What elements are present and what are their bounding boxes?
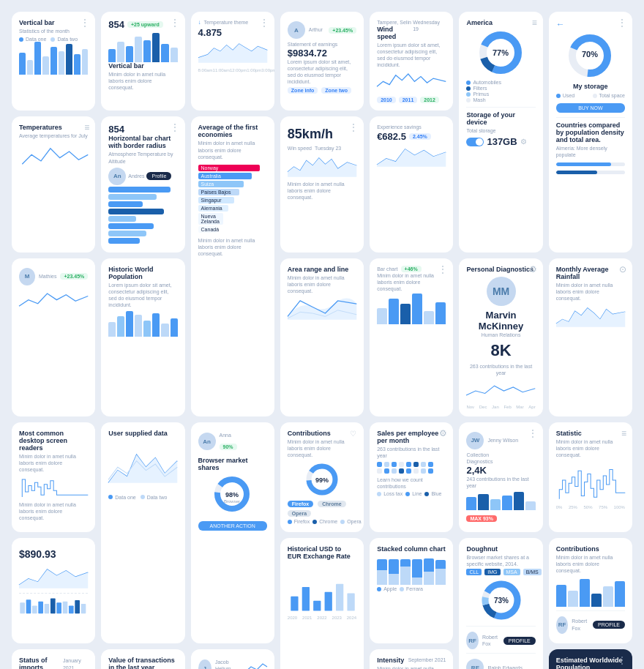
jacob-avatar: J <box>198 659 211 669</box>
card-screen-readers: Most common desktop screen readers Minim… <box>12 422 95 532</box>
legend-mash: Mash <box>466 97 535 102</box>
storage-title: Storage of your device <box>466 111 535 126</box>
another-action-button[interactable]: ANOTHER ACTION <box>198 521 267 531</box>
pd-title: Personal Diagnostics <box>466 266 535 273</box>
dots-menu-sales[interactable]: ⚙ <box>439 428 447 438</box>
dot-matrix <box>377 462 446 474</box>
win-speed-date: Tuesday 23 <box>315 145 341 152</box>
card-jacob: J Jacob Helium Magma Minim dolor in amet… <box>191 649 274 670</box>
doughnut-title: Doughnut <box>466 545 535 553</box>
bar46-desc: Minim dolor in amet nulla laboris enim d… <box>377 272 446 292</box>
arthur-name: Arthur <box>309 26 323 33</box>
hist-usd-chart <box>288 561 356 613</box>
rainfall-chart <box>556 302 625 327</box>
dots-menu-jenny[interactable]: ⋮ <box>528 428 537 438</box>
collection-title: Collection <box>466 452 535 458</box>
sr-desc: Minim dolor in amet nulla laboris enim d… <box>19 453 88 473</box>
vertical-bar-chart <box>19 45 88 75</box>
svg-rect-19 <box>50 599 56 614</box>
win-speed-label: Win speed <box>288 145 312 152</box>
vertical-bar-label: Vertical bar <box>108 62 177 70</box>
intensity-desc: Minim dolor in amet nulla laboris enim d… <box>377 665 446 670</box>
svg-rect-14 <box>20 603 25 614</box>
collection-chart <box>466 492 535 510</box>
storage-toggle[interactable] <box>466 138 484 146</box>
sr-title: Most common desktop screen readers <box>19 430 88 452</box>
dots-menu-854[interactable]: ⋮ <box>171 18 179 28</box>
settings-icon[interactable]: ⚙ <box>520 138 527 146</box>
dots-menu-win[interactable]: ⋮ <box>349 122 358 132</box>
card-value-transactions: Value of transactions in the last year 2… <box>101 649 184 670</box>
heart-icon[interactable]: ♡ <box>350 430 356 438</box>
chip-firefox: Firefox <box>288 501 313 507</box>
card-america: ≡ America 77% Automobiles Filters Primus… <box>459 12 542 253</box>
historic-title: Historic World Population <box>108 266 177 280</box>
card-contributions-donut: Contributions ♡ Minim dolor in amet null… <box>280 422 364 532</box>
browser-title: Browser market shares <box>198 457 267 471</box>
collection-label: Diagnostics <box>466 458 535 465</box>
card-win-speed: ⋮ 85km/h Win speed Tuesday 23 Minim dolo… <box>280 116 364 252</box>
stat-chart <box>556 458 625 502</box>
dots-menu-pd[interactable]: ⚙ <box>529 264 537 274</box>
ud-legend2: Data two <box>141 495 168 500</box>
mathies-tag: +23.45% <box>60 273 88 280</box>
card-temperatures: ≡ Temperatures Average temperatures for … <box>12 116 95 252</box>
svg-rect-15 <box>26 599 31 613</box>
wind-chart <box>377 68 446 94</box>
dots-menu-est[interactable]: ⋮ <box>618 655 626 665</box>
area-chart <box>288 294 356 320</box>
dots-menu-temp[interactable]: ⋮ <box>260 18 269 28</box>
temp-line-chart <box>198 38 267 64</box>
dots-menu-america[interactable]: ≡ <box>532 18 537 28</box>
andres-profile[interactable]: Profile <box>146 172 171 180</box>
exp-tag: 2.45% <box>409 133 431 140</box>
svg-rect-18 <box>45 604 50 613</box>
dots-menu-stat[interactable]: ≡ <box>621 428 626 438</box>
doughnut-desc: Browser market shares at a specific webs… <box>466 554 535 567</box>
robert-fox2-label[interactable]: PROFILE <box>503 637 536 645</box>
marvin-avatar: MM <box>487 277 516 306</box>
svg-rect-27 <box>313 601 321 611</box>
legend-primus: Primus <box>466 91 535 97</box>
stacked-chart <box>377 556 446 585</box>
temp-theme-title: Temperature theme <box>204 19 249 26</box>
dots-menu-atm[interactable]: ⋮ <box>171 122 179 132</box>
country-bar2 <box>556 171 625 174</box>
robert-fox2-row: RF Robert Fox PROFILE <box>466 632 535 649</box>
jenny-name: Jenny Wilson <box>487 437 518 444</box>
card-sales-employee: ⚙ Sales per employee per month 263 contr… <box>370 422 453 532</box>
status-title: Status of imports <box>19 657 63 670</box>
atm-value: 854 <box>108 124 177 135</box>
legend-filters: Filters <box>466 86 535 91</box>
arthur-avatar: A <box>288 21 305 39</box>
contrib3-chart <box>556 578 625 607</box>
pd-chart <box>466 376 535 402</box>
jenny-avatar: JW <box>466 432 484 449</box>
marvin-name: Marvin McKinney <box>466 310 535 332</box>
dots-menu[interactable]: ⋮ <box>80 18 89 28</box>
jenny-row: JW Jenny Wilson <box>466 432 535 449</box>
arthur-desc: Lorem ipsum dolor sit amet, consectetur … <box>288 59 356 85</box>
robert-fox-label[interactable]: PROFILE <box>593 621 625 629</box>
buy-now-button[interactable]: BUY NOW <box>556 103 625 113</box>
card-monthly-rainfall: ⊙ Monthly Average Rainfall Minim dolor i… <box>549 258 632 416</box>
anna-avatar: An <box>198 433 216 450</box>
wind-location: Tampere, Selin <box>377 19 413 26</box>
card-personal-diagnostics: ⚙ Personal Diagnostics MM Marvin McKinne… <box>459 258 542 416</box>
dots-menu-storage[interactable]: ⋮ <box>618 18 626 28</box>
svg-text:77%: 77% <box>493 48 509 57</box>
bar46-title: Bar chart <box>377 266 397 272</box>
dots-menu-temps[interactable]: ≡ <box>84 122 89 132</box>
back-arrow[interactable]: ← <box>556 19 625 29</box>
card-my-storage: ← ⋮ 70% My storage Used Total space BUY … <box>549 12 632 253</box>
exp-value: €682.5 <box>377 131 406 142</box>
sales-note: Learn how we count contributions <box>377 476 446 490</box>
dots-menu-rainfall[interactable]: ⊙ <box>619 264 626 274</box>
area-desc: Minim dolor in amet nulla laboris enim d… <box>288 274 356 294</box>
marvin-role: Human Relations <box>466 332 535 338</box>
area-title: Area range and line <box>288 266 356 273</box>
dots-menu-bar46[interactable]: ⋮ <box>438 264 447 274</box>
card-experience-savings: Experience savings €682.5 2.45% <box>370 116 453 252</box>
leg-chrome: Chrome <box>312 519 337 524</box>
dashboard-grid: ⋮ Vertical bar Statistics of the month D… <box>12 12 632 669</box>
